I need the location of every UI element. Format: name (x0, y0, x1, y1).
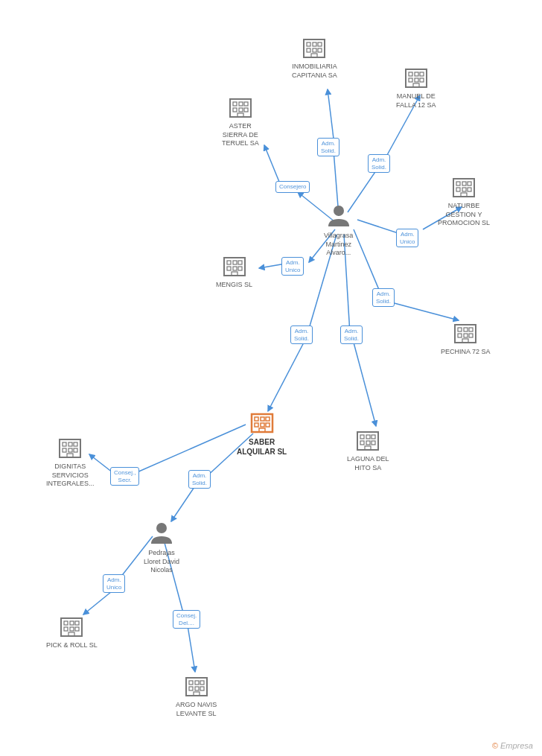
badge-adm-unico-1: Adm.Unico (396, 229, 418, 247)
svg-rect-82 (360, 435, 364, 439)
svg-rect-26 (313, 42, 316, 46)
node-mengis: MENGIS SL (216, 252, 252, 290)
svg-rect-85 (360, 441, 364, 445)
svg-rect-94 (68, 448, 72, 452)
saber-label: SABERALQUILAR SL (237, 437, 287, 457)
node-argonavis: ARGO NAVISLEVANTE SL (176, 672, 217, 718)
building-icon (58, 612, 85, 639)
svg-line-10 (354, 229, 381, 295)
svg-rect-92 (74, 442, 77, 446)
svg-rect-87 (372, 441, 375, 445)
svg-rect-102 (64, 627, 68, 631)
dignitas-label: DIGNITASSERVICIOSINTEGRALES... (46, 463, 95, 489)
svg-rect-70 (464, 334, 468, 337)
svg-rect-33 (409, 72, 412, 76)
svg-line-1 (328, 89, 334, 139)
svg-rect-104 (75, 627, 79, 631)
svg-rect-44 (233, 108, 237, 112)
svg-rect-100 (70, 621, 74, 625)
badge-adm-unico-2: Adm.Unico (281, 257, 304, 276)
svg-rect-49 (456, 182, 460, 185)
badge-consej-secr: Consej.,Secr. (110, 467, 139, 486)
svg-rect-111 (195, 687, 199, 690)
svg-line-23 (188, 626, 195, 672)
badge-adm-unico-3: Adm.Unico (103, 574, 125, 593)
svg-rect-91 (68, 442, 72, 446)
node-pedrajas: PedrajasLloret DavidNicolas (144, 520, 179, 575)
svg-rect-77 (255, 423, 258, 427)
svg-rect-61 (227, 267, 231, 270)
node-aster: ASTERSIERRA DETERUEL SA (222, 93, 259, 148)
svg-rect-69 (458, 334, 462, 337)
building-icon (452, 319, 479, 346)
svg-point-56 (334, 206, 344, 216)
badge-consej-del: Consej.Del.... (173, 610, 200, 629)
argonavis-label: ARGO NAVISLEVANTE SL (176, 701, 217, 718)
svg-rect-66 (458, 328, 462, 331)
node-inmobiliaria: INMOBILIARIACAPITANIA SA (292, 34, 337, 80)
svg-rect-34 (415, 72, 418, 76)
node-manuel: MANUEL DEFALLA 12 SA (396, 63, 436, 109)
svg-rect-43 (244, 102, 248, 106)
inmobiliaria-label: INMOBILIARIACAPITANIA SA (292, 63, 337, 80)
laguna-label: LAGUNA DELHITO SA (347, 455, 389, 472)
watermark: © Empresa (492, 741, 533, 750)
svg-rect-28 (307, 48, 310, 52)
svg-rect-86 (366, 441, 370, 445)
node-pickroll: PICK & ROLL SL (46, 612, 98, 650)
pedrajas-label: PedrajasLloret DavidNicolas (144, 549, 179, 575)
svg-rect-42 (239, 102, 243, 106)
svg-rect-60 (238, 261, 242, 264)
person-icon (148, 520, 175, 547)
svg-rect-109 (200, 681, 204, 684)
badge-adm-solid-2: Adm.Solid. (368, 154, 390, 173)
svg-rect-58 (227, 261, 231, 264)
node-dignitas: DIGNITASSERVICIOSINTEGRALES... (46, 433, 95, 489)
badge-adm-solid-1: Adm.Solid. (317, 138, 339, 156)
svg-rect-62 (233, 267, 237, 270)
mengis-label: MENGIS SL (216, 281, 252, 290)
svg-rect-71 (469, 334, 473, 337)
svg-rect-99 (64, 621, 68, 625)
svg-rect-37 (415, 78, 418, 82)
building-icon (183, 672, 210, 699)
svg-line-11 (389, 302, 459, 320)
node-laguna: LAGUNA DELHITO SA (347, 426, 389, 472)
svg-rect-59 (233, 261, 237, 264)
svg-rect-36 (409, 78, 412, 82)
building-icon (227, 93, 254, 120)
node-naturbe: NATURBEGESTION YPROMOCION SL (438, 173, 490, 228)
svg-rect-95 (74, 448, 77, 452)
building-icon (450, 173, 477, 200)
svg-line-15 (354, 343, 376, 426)
svg-rect-93 (63, 448, 66, 452)
node-saber: SABERALQUILAR SL (237, 408, 287, 457)
node-pechina: PECHINA 72 SA (441, 319, 491, 357)
badge-adm-solid-6: Adm.Solid. (188, 470, 211, 489)
svg-rect-101 (75, 621, 79, 625)
svg-rect-35 (420, 72, 424, 76)
svg-rect-112 (200, 687, 204, 690)
badge-adm-solid-4: Adm.Solid. (290, 325, 313, 344)
building-icon (221, 252, 248, 279)
svg-rect-27 (318, 42, 322, 46)
svg-rect-103 (70, 627, 74, 631)
svg-rect-63 (238, 267, 242, 270)
building-icon-orange (249, 408, 275, 435)
svg-rect-80 (259, 428, 265, 432)
svg-rect-45 (239, 108, 243, 112)
naturbe-label: NATURBEGESTION YPROMOCION SL (438, 202, 490, 228)
svg-rect-84 (372, 435, 375, 439)
svg-rect-38 (420, 78, 424, 82)
svg-rect-52 (456, 188, 460, 191)
svg-rect-76 (266, 417, 270, 421)
svg-rect-78 (261, 423, 264, 427)
svg-line-16 (130, 425, 246, 475)
badge-consejero: Consejero (275, 181, 310, 193)
building-icon (403, 63, 430, 90)
svg-rect-51 (468, 182, 471, 185)
svg-rect-108 (195, 681, 199, 684)
badge-adm-solid-5: Adm.Solid. (340, 325, 363, 344)
svg-rect-29 (313, 48, 316, 52)
svg-rect-110 (189, 687, 193, 690)
